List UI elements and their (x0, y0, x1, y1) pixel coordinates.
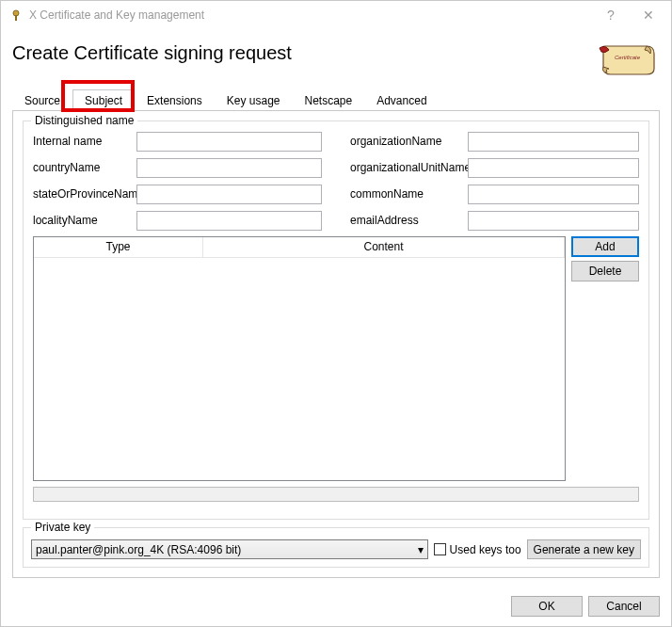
cancel-button[interactable]: Cancel (588, 596, 660, 617)
state-name-label: stateOrProvinceName (33, 187, 136, 201)
common-name-field[interactable] (468, 185, 639, 204)
close-button[interactable]: ✕ (630, 2, 667, 28)
organization-name-field[interactable] (468, 132, 639, 152)
dn-group-title: Distinguished name (31, 114, 137, 127)
email-address-label: emailAddress (350, 214, 468, 227)
internal-name-label: Internal name (33, 135, 136, 148)
tab-body: Distinguished name Internal name country… (12, 111, 660, 578)
dn-fields: Internal name countryName stateOrProvinc… (33, 131, 639, 231)
add-button[interactable]: Add (571, 236, 639, 257)
header-row: Create Certificate signing request Certi… (12, 40, 660, 81)
locality-name-field[interactable] (136, 211, 322, 231)
tab-extensions[interactable]: Extensions (135, 89, 215, 110)
content-area: Create Certificate signing request Certi… (1, 29, 671, 587)
used-keys-label: Used keys too (450, 543, 521, 556)
common-name-label: commonName (350, 187, 468, 201)
private-key-selected-value: paul.panter@pink.org_4K (RSA:4096 bit) (36, 543, 241, 556)
dn-table-header: Type Content (34, 237, 565, 258)
state-name-field[interactable] (136, 185, 322, 204)
country-name-field[interactable] (136, 158, 322, 178)
checkbox-box-icon (434, 543, 446, 555)
organizational-unit-field[interactable] (468, 158, 639, 178)
app-icon (8, 8, 24, 23)
country-name-label: countryName (33, 161, 136, 174)
dn-table-header-type[interactable]: Type (34, 237, 203, 257)
tab-advanced[interactable]: Advanced (364, 89, 439, 110)
dn-table-area: Type Content Add Delete (33, 236, 639, 481)
tab-subject[interactable]: Subject (72, 89, 135, 111)
generate-key-button[interactable]: Generate a new key (527, 539, 641, 559)
locality-name-label: localityName (33, 214, 136, 227)
used-keys-checkbox[interactable]: Used keys too (434, 543, 521, 556)
private-key-row: paul.panter@pink.org_4K (RSA:4096 bit) ▾… (31, 539, 641, 559)
dn-table-buttons: Add Delete (571, 236, 639, 481)
internal-name-field[interactable] (136, 132, 322, 152)
window-title: X Certificate and Key management (29, 8, 592, 22)
tab-source[interactable]: Source (12, 89, 72, 110)
page-title: Create Certificate signing request (12, 42, 292, 64)
tab-netscape[interactable]: Netscape (292, 89, 364, 110)
private-key-group-title: Private key (31, 521, 94, 534)
email-address-field[interactable] (468, 211, 639, 231)
titlebar: X Certificate and Key management ? ✕ (1, 1, 671, 29)
chevron-down-icon: ▾ (418, 543, 424, 556)
private-key-select[interactable]: paul.panter@pink.org_4K (RSA:4096 bit) ▾ (31, 539, 428, 559)
tabstrip: Source Subject Extensions Key usage Nets… (12, 88, 660, 111)
delete-button[interactable]: Delete (571, 261, 639, 281)
organizational-unit-label: organizationalUnitName (350, 161, 468, 174)
dn-table[interactable]: Type Content (33, 236, 566, 481)
dn-table-body[interactable] (34, 258, 565, 480)
svg-rect-1 (15, 15, 17, 21)
svg-text:Certificate: Certificate (615, 55, 641, 60)
ok-button[interactable]: OK (511, 596, 583, 617)
distinguished-name-group: Distinguished name Internal name country… (23, 121, 649, 520)
dialog-buttons: OK Cancel (511, 596, 660, 617)
tab-key-usage[interactable]: Key usage (215, 89, 293, 110)
private-key-group: Private key paul.panter@pink.org_4K (RSA… (23, 527, 649, 568)
extra-dn-bar[interactable] (33, 487, 639, 502)
dn-table-header-content[interactable]: Content (203, 237, 565, 257)
scroll-logo-icon: Certificate (596, 40, 660, 81)
help-button[interactable]: ? (592, 2, 630, 28)
dialog-window: X Certificate and Key management ? ✕ Cre… (0, 0, 672, 627)
organization-name-label: organizationName (350, 135, 468, 148)
